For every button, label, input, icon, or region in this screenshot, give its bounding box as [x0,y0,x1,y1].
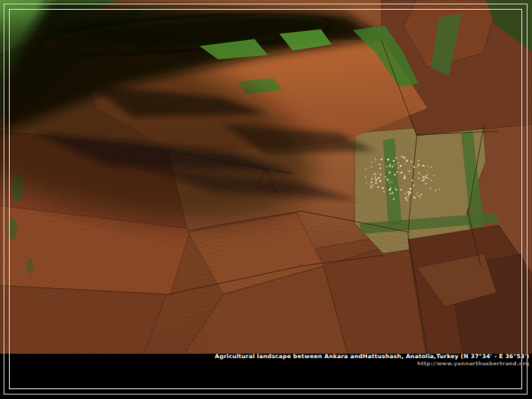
caption-title: Agricultural landscape between Ankara an… [215,354,529,360]
wallpaper: Agricultural landscape between Ankara an… [0,0,532,399]
photo-caption: Agricultural landscape between Ankara an… [215,354,529,367]
aerial-photo [0,0,532,399]
caption-url: http://www.yannarthusbertrand.org [215,361,529,367]
